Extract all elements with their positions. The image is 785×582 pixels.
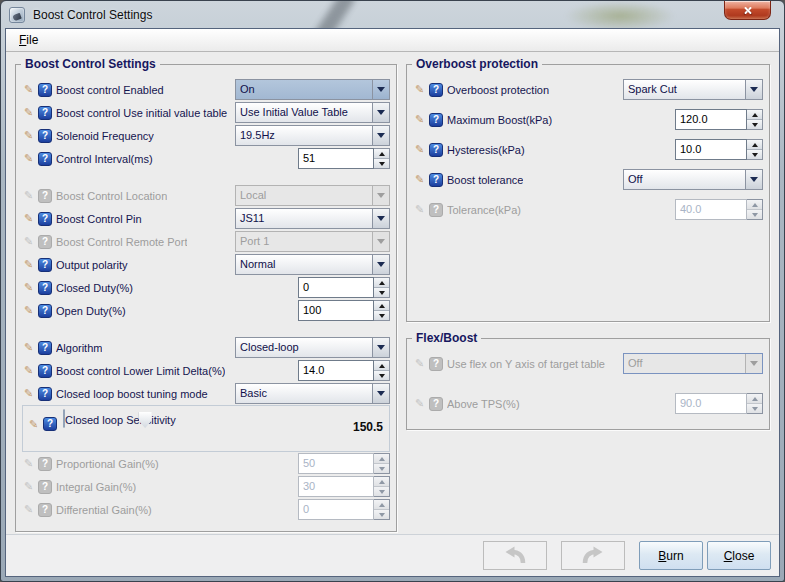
pencil-icon: ✎ <box>413 114 426 125</box>
close-button[interactable]: Close <box>707 541 771 570</box>
setting-row: ✎ ? Closed loop boost tuning mode Basic <box>22 382 390 405</box>
open-duty-spinner[interactable]: 100 <box>298 300 390 321</box>
overboost-protection-combobox[interactable]: Spark Cut <box>623 79 763 100</box>
maximum-boost-spinner[interactable]: 120.0 <box>675 109 763 130</box>
spinner-up-icon[interactable] <box>374 278 389 287</box>
pencil-icon: ✎ <box>22 504 35 515</box>
help-icon: ? <box>38 235 52 249</box>
spinner-down-icon[interactable] <box>747 149 762 159</box>
spinner-down-icon[interactable] <box>374 310 389 320</box>
help-icon[interactable]: ? <box>38 129 52 143</box>
pencil-icon: ✎ <box>413 144 426 155</box>
pencil-icon: ✎ <box>22 259 35 270</box>
setting-row: ✎ ? Boost Control Location Local <box>22 184 390 207</box>
pencil-icon: ✎ <box>22 282 35 293</box>
help-icon[interactable]: ? <box>429 143 443 157</box>
pencil-icon: ✎ <box>413 84 426 95</box>
undo-icon <box>503 546 527 566</box>
spinner-down-icon[interactable] <box>374 158 389 168</box>
setting-row: ✎ ? Closed Duty(%) 0 <box>22 276 390 299</box>
setting-label: Integral Gain(%) <box>56 481 136 493</box>
chevron-down-icon[interactable] <box>372 255 389 274</box>
setting-label: Differential Gain(%) <box>56 504 152 516</box>
right-column: Overboost protection ✎ ? Overboost prote… <box>406 64 770 532</box>
spinner-down-icon[interactable] <box>374 370 389 380</box>
menubar: File <box>6 29 779 52</box>
spinner-up-icon <box>747 394 762 403</box>
tolerance-spinner: 40.0 <box>675 199 763 220</box>
pencil-icon: ✎ <box>413 398 426 409</box>
pencil-icon: ✎ <box>22 107 35 118</box>
setting-label: Use flex on Y axis of target table <box>447 358 605 370</box>
spinner-up-icon[interactable] <box>747 140 762 149</box>
help-icon[interactable]: ? <box>38 341 52 355</box>
help-icon[interactable]: ? <box>38 364 52 378</box>
pencil-icon: ✎ <box>22 190 35 201</box>
group-title: Overboost protection <box>412 57 542 71</box>
spinner-down-icon[interactable] <box>747 119 762 129</box>
chevron-down-icon[interactable] <box>745 170 762 189</box>
slider-value: 150.5 <box>341 420 383 434</box>
close-window-button[interactable] <box>724 1 771 20</box>
spinner-up-icon[interactable] <box>747 110 762 119</box>
help-icon[interactable]: ? <box>429 113 443 127</box>
closed-loop-tuning-mode-combobox[interactable]: Basic <box>235 383 390 404</box>
help-icon[interactable]: ? <box>38 83 52 97</box>
use-flex-combobox: Off <box>623 353 763 374</box>
control-interval-spinner[interactable]: 51 <box>298 148 390 169</box>
use-initial-value-table-combobox[interactable]: Use Initial Value Table <box>235 102 390 123</box>
chevron-down-icon[interactable] <box>372 126 389 145</box>
setting-row: ✎ ? Above TPS(%) 90.0 <box>413 392 763 415</box>
chevron-down-icon[interactable] <box>372 80 389 99</box>
setting-label: Open Duty(%) <box>56 305 126 317</box>
closed-duty-spinner[interactable]: 0 <box>298 277 390 298</box>
pencil-icon: ✎ <box>22 481 35 492</box>
setting-label: Boost control Lower Limit Delta(%) <box>56 365 225 377</box>
help-icon[interactable]: ? <box>38 106 52 120</box>
help-icon[interactable]: ? <box>38 212 52 226</box>
setting-label: Boost Control Location <box>56 190 167 202</box>
output-polarity-combobox[interactable]: Normal <box>235 254 390 275</box>
help-icon: ? <box>429 397 443 411</box>
app-icon <box>9 7 25 23</box>
help-icon: ? <box>38 480 52 494</box>
chevron-down-icon[interactable] <box>372 338 389 357</box>
titlebar[interactable]: Boost Control Settings <box>5 1 780 28</box>
hysteresis-spinner[interactable]: 10.0 <box>675 139 763 160</box>
setting-label: Tolerance(kPa) <box>447 204 521 216</box>
burn-button[interactable]: Burn <box>639 541 703 570</box>
chevron-down-icon[interactable] <box>372 384 389 403</box>
help-icon[interactable]: ? <box>38 152 52 166</box>
setting-label: Control Interval(ms) <box>56 153 153 165</box>
setting-row: ✎ ? Integral Gain(%) 30 <box>22 475 390 498</box>
boost-control-settings-window: Boost Control Settings File Boost Contro… <box>0 0 785 582</box>
pencil-icon: ✎ <box>22 388 35 399</box>
spinner-up-icon[interactable] <box>374 301 389 310</box>
chevron-down-icon <box>372 186 389 205</box>
lower-limit-delta-spinner[interactable]: 14.0 <box>298 360 390 381</box>
solenoid-frequency-combobox[interactable]: 19.5Hz <box>235 125 390 146</box>
setting-row: ✎ ? Tolerance(kPa) 40.0 <box>413 198 763 221</box>
help-icon[interactable]: ? <box>38 387 52 401</box>
spinner-up-icon[interactable] <box>374 361 389 370</box>
closed-loop-sensitivity-slider[interactable]: Closed loop Sensitivity <box>63 410 333 428</box>
setting-row: ✎ ? Boost Control Pin JS11 <box>22 207 390 230</box>
help-icon[interactable]: ? <box>38 304 52 318</box>
algorithm-combobox[interactable]: Closed-loop <box>235 337 390 358</box>
spinner-down-icon[interactable] <box>374 287 389 297</box>
spinner-up-icon[interactable] <box>374 149 389 158</box>
chevron-down-icon[interactable] <box>372 103 389 122</box>
boost-tolerance-combobox[interactable]: Off <box>623 169 763 190</box>
menu-file[interactable]: File <box>14 32 43 48</box>
boost-control-pin-combobox[interactable]: JS11 <box>235 208 390 229</box>
spinner-up-icon <box>374 477 389 486</box>
help-icon[interactable]: ? <box>38 258 52 272</box>
help-icon[interactable]: ? <box>429 83 443 97</box>
boost-control-enabled-combobox[interactable]: On <box>235 79 390 100</box>
chevron-down-icon[interactable] <box>745 80 762 99</box>
chevron-down-icon[interactable] <box>372 209 389 228</box>
help-icon[interactable]: ? <box>43 417 57 431</box>
help-icon[interactable]: ? <box>429 173 443 187</box>
help-icon[interactable]: ? <box>38 281 52 295</box>
setting-label: Closed loop boost tuning mode <box>56 388 208 400</box>
